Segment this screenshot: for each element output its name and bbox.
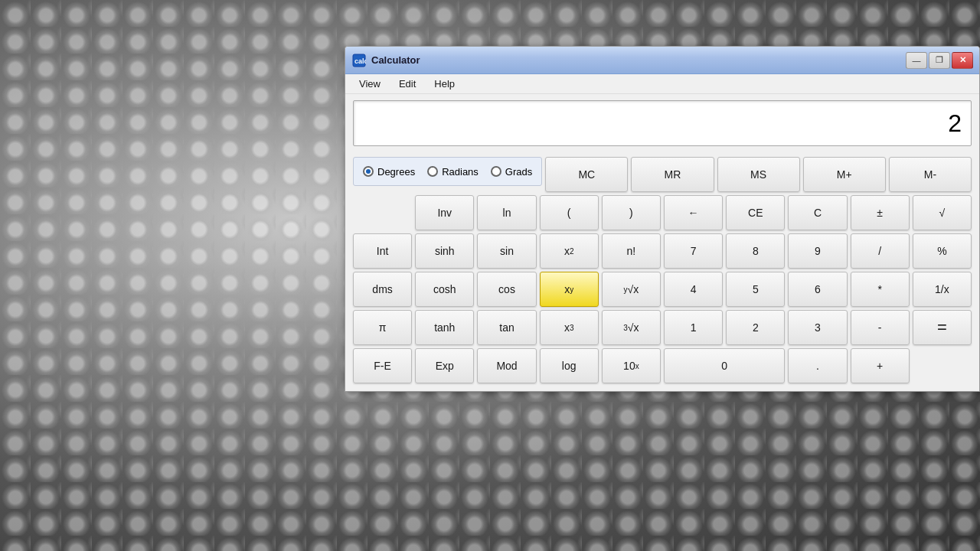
fe-button[interactable]: F-E <box>353 348 412 383</box>
ce-button[interactable]: CE <box>726 195 785 230</box>
equals-button[interactable]: = <box>913 310 972 345</box>
grads-option[interactable]: Grads <box>491 166 532 178</box>
menu-help[interactable]: Help <box>426 76 462 92</box>
0-button[interactable]: 0 <box>664 348 785 383</box>
4-button[interactable]: 4 <box>664 272 723 307</box>
mc-button[interactable]: MC <box>545 157 628 192</box>
mod-button[interactable]: Mod <box>477 348 536 383</box>
sin-button[interactable]: sin <box>477 233 536 269</box>
maximize-button[interactable]: ❐ <box>929 52 950 69</box>
mplus-button[interactable]: M+ <box>803 157 886 192</box>
minimize-button[interactable]: — <box>906 52 927 69</box>
display-value: 2 <box>948 109 962 138</box>
yrootx-button[interactable]: y√x <box>602 272 661 307</box>
grads-radio[interactable] <box>491 166 501 177</box>
subtract-button[interactable]: - <box>851 310 910 345</box>
cuberootx-button[interactable]: 3√x <box>602 310 661 345</box>
percent-button[interactable]: % <box>913 233 972 269</box>
radians-option[interactable]: Radians <box>427 166 479 178</box>
inv-button[interactable]: Inv <box>415 195 474 230</box>
log-button[interactable]: log <box>540 348 599 383</box>
5-button[interactable]: 5 <box>726 272 785 307</box>
degrees-radio[interactable] <box>363 166 374 177</box>
ln-button[interactable]: ln <box>477 195 536 230</box>
tan-button[interactable]: tan <box>477 310 536 345</box>
window-title: Calculator <box>371 54 906 66</box>
close-paren-button[interactable]: ) <box>602 195 661 230</box>
9-button[interactable]: 9 <box>788 233 847 269</box>
8-button[interactable]: 8 <box>726 233 785 269</box>
reciprocal-button[interactable]: 1/x <box>913 272 972 307</box>
factorial-button[interactable]: n! <box>602 233 661 269</box>
calculator-window: calc Calculator — ❐ ✕ View Edit Help 2 D… <box>345 46 980 392</box>
menu-edit[interactable]: Edit <box>391 76 423 92</box>
menu-view[interactable]: View <box>351 76 388 92</box>
backspace-button[interactable]: ← <box>664 195 723 230</box>
exp-button[interactable]: Exp <box>415 348 474 383</box>
title-bar: calc Calculator — ❐ ✕ <box>345 47 979 74</box>
divide-button[interactable]: / <box>851 233 910 269</box>
sqrt-button[interactable]: √ <box>913 195 972 230</box>
1-button[interactable]: 1 <box>664 310 723 345</box>
3-button[interactable]: 3 <box>788 310 847 345</box>
pi-button[interactable]: π <box>353 310 412 345</box>
multiply-button[interactable]: * <box>851 272 910 307</box>
empty-r1c1 <box>353 195 412 230</box>
6-button[interactable]: 6 <box>788 272 847 307</box>
tanh-button[interactable]: tanh <box>415 310 474 345</box>
cosh-button[interactable]: cosh <box>415 272 474 307</box>
mr-button[interactable]: MR <box>631 157 714 192</box>
xy-button[interactable]: xy <box>540 272 599 307</box>
degrees-option[interactable]: Degrees <box>363 166 415 178</box>
app-icon: calc <box>351 53 367 68</box>
10x-button[interactable]: 10x <box>602 348 661 383</box>
close-button[interactable]: ✕ <box>952 52 973 69</box>
decimal-button[interactable]: . <box>788 348 847 383</box>
xcubed-button[interactable]: x3 <box>540 310 599 345</box>
angle-mode-selector: Degrees Radians Grads <box>353 157 542 186</box>
display: 2 <box>353 100 972 146</box>
2-button[interactable]: 2 <box>726 310 785 345</box>
buttons-area: Degrees Radians Grads MC MR MS M+ M- Inv <box>345 152 979 391</box>
add-button[interactable]: + <box>851 348 910 383</box>
int-button[interactable]: Int <box>353 233 412 269</box>
c-button[interactable]: C <box>788 195 847 230</box>
plusminus-button[interactable]: ± <box>851 195 910 230</box>
mminus-button[interactable]: M- <box>889 157 972 192</box>
svg-text:calc: calc <box>354 57 366 65</box>
7-button[interactable]: 7 <box>664 233 723 269</box>
open-paren-button[interactable]: ( <box>540 195 599 230</box>
radians-radio[interactable] <box>427 166 438 177</box>
dms-button[interactable]: dms <box>353 272 412 307</box>
window-controls: — ❐ ✕ <box>906 52 973 69</box>
menu-bar: View Edit Help <box>345 74 979 94</box>
xsquared-button[interactable]: x2 <box>540 233 599 269</box>
sinh-button[interactable]: sinh <box>415 233 474 269</box>
cos-button[interactable]: cos <box>477 272 536 307</box>
ms-button[interactable]: MS <box>717 157 800 192</box>
